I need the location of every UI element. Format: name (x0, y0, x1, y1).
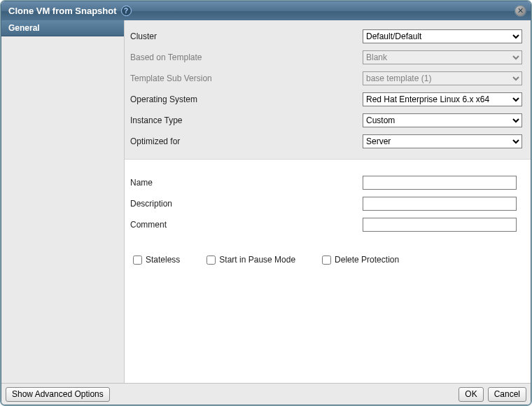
dialog-footer: Show Advanced Options OK Cancel (1, 383, 531, 405)
sidebar-item-label: General (8, 23, 40, 33)
row-optimized-for: Optimized for Server (129, 131, 522, 152)
stateless-checkbox[interactable] (133, 255, 142, 265)
instance-type-select[interactable]: Custom (363, 113, 522, 127)
start-pause-label: Start in Pause Mode (219, 255, 295, 265)
based-on-template-select: Blank (363, 50, 522, 64)
stateless-label: Stateless (146, 255, 180, 265)
titlebar: Clone VM from Snapshot ? ✕ (1, 1, 531, 20)
comment-label: Comment (129, 220, 363, 230)
ok-button[interactable]: OK (458, 387, 483, 402)
instance-type-label: Instance Type (129, 115, 363, 125)
top-form: Cluster Default/Default Based on Templat… (125, 20, 531, 160)
clone-vm-dialog: Clone VM from Snapshot ? ✕ General Clust… (1, 1, 531, 405)
row-template-sub-version: Template Sub Version base template (1) (129, 68, 522, 89)
based-on-template-label: Based on Template (129, 52, 363, 62)
stateless-check-item[interactable]: Stateless (133, 255, 180, 265)
start-pause-check-item[interactable]: Start in Pause Mode (206, 255, 295, 265)
operating-system-select[interactable]: Red Hat Enterprise Linux 6.x x64 (363, 92, 522, 106)
delete-protection-check-item[interactable]: Delete Protection (322, 255, 399, 265)
row-operating-system: Operating System Red Hat Enterprise Linu… (129, 89, 522, 110)
description-label: Description (129, 199, 363, 209)
dialog-body: General Cluster Default/Default Based on… (1, 20, 531, 383)
comment-input[interactable] (363, 218, 517, 232)
name-input[interactable] (363, 176, 517, 190)
row-description: Description (129, 193, 522, 214)
row-name: Name (129, 172, 522, 193)
description-input[interactable] (363, 197, 517, 211)
row-based-on-template: Based on Template Blank (129, 47, 522, 68)
row-comment: Comment (129, 214, 522, 235)
sidebar: General (1, 20, 125, 383)
start-pause-checkbox[interactable] (206, 255, 216, 265)
checkbox-row: Stateless Start in Pause Mode Delete Pro… (129, 255, 522, 265)
optimized-for-select[interactable]: Server (363, 134, 522, 148)
show-advanced-button[interactable]: Show Advanced Options (6, 387, 110, 402)
template-sub-version-select: base template (1) (363, 71, 522, 85)
dialog-title: Clone VM from Snapshot (8, 6, 117, 16)
cluster-select[interactable]: Default/Default (363, 29, 522, 43)
delete-protection-label: Delete Protection (335, 255, 399, 265)
sidebar-item-general[interactable]: General (1, 20, 124, 36)
optimized-for-label: Optimized for (129, 136, 363, 146)
row-instance-type: Instance Type Custom (129, 110, 522, 131)
lower-form: Name Description Comment (125, 160, 531, 383)
template-sub-version-label: Template Sub Version (129, 74, 363, 83)
cluster-label: Cluster (129, 31, 363, 41)
row-cluster: Cluster Default/Default (129, 26, 522, 47)
cancel-button[interactable]: Cancel (488, 387, 526, 402)
operating-system-label: Operating System (129, 94, 363, 104)
delete-protection-checkbox[interactable] (322, 255, 331, 265)
content-area: Cluster Default/Default Based on Templat… (125, 20, 531, 383)
close-icon[interactable]: ✕ (514, 5, 526, 17)
help-icon[interactable]: ? (121, 6, 132, 16)
name-label: Name (129, 178, 363, 188)
